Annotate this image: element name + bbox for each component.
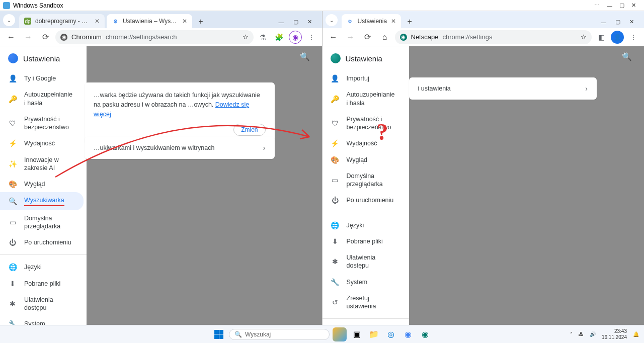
sidebar-item-pobrane-pliki[interactable]: ⬇Pobrane pliki — [323, 233, 406, 249]
forward-button[interactable]: → — [21, 30, 35, 44]
date-text: 16.11.2024 — [602, 334, 627, 340]
back-button[interactable]: ← — [4, 30, 18, 44]
sidebar-item-innowacje-w-zakresie-ai[interactable]: ✨Innowacje w zakresie AI — [0, 152, 84, 177]
browser-brand: Netscape — [411, 33, 439, 41]
sidebar-item-po-uruchomieniu[interactable]: ⏻Po uruchomieniu — [323, 192, 406, 208]
minimize-icon[interactable]: — — [607, 3, 612, 9]
task-view-icon[interactable]: ▣ — [350, 327, 364, 341]
sidebar-item-prywatno-i-bezpiecze-stwo[interactable]: 🛡Prywatność i bezpieczeństwo — [323, 111, 406, 136]
new-tab-button[interactable]: + — [194, 15, 207, 28]
tab-label: Ustawienia – Wyszukiwarka — [123, 18, 178, 25]
close-icon[interactable]: ✕ — [631, 2, 636, 9]
close-icon[interactable]: ✕ — [307, 19, 312, 25]
manage-search-card[interactable]: …ukiwarkami i wyszukiwaniem w witrynach … — [85, 137, 275, 159]
home-button[interactable]: ⌂ — [378, 30, 392, 44]
new-tab-button[interactable]: + — [403, 15, 416, 28]
weather-widget[interactable] — [333, 327, 347, 341]
sidebar-item-system[interactable]: 🔧System — [0, 316, 84, 325]
sidebar-item-prywatno-i-bezpiecze-stwo[interactable]: 🛡Prywatność i bezpieczeństwo — [0, 111, 84, 136]
nav-label: Wygląd — [24, 180, 75, 188]
sidebar-item-domy-lna-przegl-darka[interactable]: ▭Domyślna przeglądarka — [0, 210, 84, 235]
sidebar-item-wygl-d[interactable]: 🎨Wygląd — [323, 152, 406, 168]
sidebar-item-wygl-d[interactable]: 🎨Wygląd — [0, 176, 84, 192]
nav-label: Ułatwienia dostępu — [347, 253, 398, 270]
minimize-icon[interactable]: — — [601, 19, 606, 25]
search-icon[interactable]: 🔍 — [620, 49, 634, 63]
sidebar-item-domy-lna-przegl-darka[interactable]: ▭Domyślna przeglądarka — [323, 168, 406, 193]
tab-strip: ⌄ ⚙ Ustawienia ✕ + — ▢ ✕ — [323, 11, 645, 28]
url-text: chrome://settings — [442, 33, 492, 41]
explorer-icon[interactable]: 📁 — [367, 327, 381, 341]
maximize-icon[interactable]: ▢ — [619, 2, 624, 9]
tab-close-icon[interactable]: ✕ — [95, 18, 100, 25]
sidebar-item-autouzupe-nianie-i-has-a[interactable]: 🔑Autouzupełnianie i hasła — [323, 87, 406, 111]
speaker-icon[interactable]: 🔊 — [590, 331, 596, 337]
kebab-menu-icon[interactable]: ⋮ — [627, 31, 640, 44]
sidebar-item-u-atwienia-dost-pu[interactable]: ✱Ułatwienia dostępu — [0, 292, 84, 316]
settings-card[interactable]: i ustawienia › — [409, 77, 597, 100]
nav-label: Innowacje w zakresie AI — [24, 156, 75, 173]
tab-settings[interactable]: ⚙ Ustawienia ✕ — [342, 14, 401, 28]
network-icon[interactable]: 🖧 — [579, 331, 584, 337]
chevron-up-icon[interactable]: ˄ — [570, 331, 573, 337]
tab-settings[interactable]: ⚙ Ustawienia – Wyszukiwarka ✕ — [107, 14, 192, 28]
omnibox[interactable]: ◉ Netscape chrome://settings ☆ — [395, 30, 592, 44]
reload-button[interactable]: ⟳ — [38, 30, 52, 44]
edge-icon[interactable]: ◎ — [384, 327, 398, 341]
sidebar-item-importuj[interactable]: 👤Importuj — [323, 70, 406, 87]
notifications-icon[interactable]: 🔔 — [633, 331, 639, 337]
tab-search-button[interactable]: ⌄ — [3, 14, 15, 26]
nav-label: Autouzupełnianie i hasła — [24, 91, 75, 107]
change-button[interactable]: Zmień — [233, 124, 265, 136]
taskbar-search[interactable]: 🔍 Wyszukaj — [229, 329, 330, 340]
sidebar-item-system[interactable]: 🔧System — [323, 274, 406, 290]
star-icon[interactable]: ☆ — [581, 33, 587, 41]
maximize-icon[interactable]: ▢ — [615, 19, 620, 25]
reload-button[interactable]: ⟳ — [361, 30, 375, 44]
search-icon[interactable]: 🔍 — [298, 49, 312, 63]
sidebar-item-j-zyki[interactable]: 🌐Języki — [323, 217, 406, 233]
labs-icon[interactable]: ⚗ — [257, 31, 270, 44]
sidebar-item-autouzupe-nianie-i-has-a[interactable]: 🔑Autouzupełnianie i hasła — [0, 87, 84, 111]
forward-button[interactable]: → — [344, 30, 358, 44]
panel-icon[interactable]: ◧ — [595, 31, 608, 44]
nav-icon: 🔑 — [8, 95, 17, 103]
nav-label: Prywatność i bezpieczeństwo — [24, 115, 75, 132]
profile-icon[interactable]: 👤 — [611, 31, 624, 44]
nav-label: Importuj — [347, 74, 398, 82]
clock[interactable]: 23:43 16.11.2024 — [602, 328, 627, 340]
more-icon[interactable]: ⋯ — [594, 2, 600, 9]
tab-strip: ⌄ dp dobreprogramy - strona głów… ✕ ⚙ Us… — [0, 11, 322, 28]
sandbox-icon — [3, 2, 10, 9]
chromium-taskbar-icon[interactable]: ◉ — [401, 327, 415, 341]
extensions-icon[interactable]: 🧩 — [273, 31, 286, 44]
kebab-menu-icon[interactable]: ⋮ — [305, 31, 318, 44]
nav-icon: ⏻ — [8, 238, 17, 246]
nav-label: Domyślna przeglądarka — [347, 172, 398, 189]
nav-icon: 🎨 — [331, 156, 340, 164]
settings-header: Ustawienia — [0, 46, 87, 70]
maximize-icon[interactable]: ▢ — [293, 19, 298, 25]
tab-close-icon[interactable]: ✕ — [182, 18, 187, 25]
sidebar-item-zresetuj-ustawienia[interactable]: ↺Zresetuj ustawienia — [323, 290, 406, 315]
sidebar-item-ty-i-google[interactable]: 👤Ty i Google — [0, 70, 84, 87]
sidebar-item-j-zyki[interactable]: 🌐Języki — [0, 259, 84, 275]
nav-icon: ⬇ — [8, 280, 17, 288]
close-icon[interactable]: ✕ — [629, 19, 634, 25]
sidebar-item-po-uruchomieniu[interactable]: ⏻Po uruchomieniu — [0, 234, 84, 250]
tab-dobreprogramy[interactable]: dp dobreprogramy - strona głów… ✕ — [19, 14, 105, 28]
sidebar-item-wyszukiwarka[interactable]: 🔍Wyszukiwarka — [0, 192, 84, 210]
start-button[interactable] — [212, 327, 226, 341]
profile-icon[interactable]: ◉ — [289, 31, 302, 44]
back-button[interactable]: ← — [327, 30, 341, 44]
tab-close-icon[interactable]: ✕ — [391, 18, 396, 25]
netscape-taskbar-icon[interactable]: ◉ — [418, 327, 432, 341]
tab-search-button[interactable]: ⌄ — [326, 14, 338, 26]
sidebar-item-wydajno-[interactable]: ⚡Wydajność — [0, 135, 84, 151]
sidebar-item-u-atwienia-dost-pu[interactable]: ✱Ułatwienia dostępu — [323, 249, 406, 274]
minimize-icon[interactable]: — — [279, 19, 284, 25]
sidebar-item-pobrane-pliki[interactable]: ⬇Pobrane pliki — [0, 276, 84, 292]
star-icon[interactable]: ☆ — [243, 33, 249, 41]
omnibox[interactable]: ◉ Chromium chrome://settings/search ☆ — [55, 30, 254, 44]
sidebar-item-wydajno-[interactable]: ⚡Wydajność — [323, 135, 406, 151]
